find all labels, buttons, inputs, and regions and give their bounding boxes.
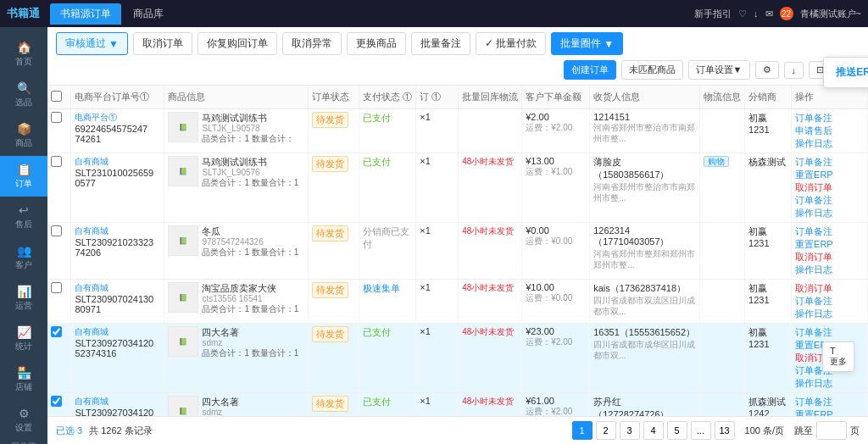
sidebar-item-products[interactable]: 📦 商品 — [0, 115, 47, 156]
action-link-note-5[interactable]: 订单备注 — [795, 327, 832, 337]
action-link-note-1[interactable]: 订单备注 — [795, 113, 832, 123]
action-link-log2-2[interactable]: 操作日志 — [795, 208, 832, 218]
order-no-4[interactable]: SLT230907024130 80971 — [75, 294, 160, 314]
source-4 — [700, 280, 745, 324]
action-link-log-4[interactable]: 操作日志 — [795, 308, 832, 319]
order-no-2[interactable]: SLT231010025659 0577 — [75, 168, 160, 188]
top-nav-tabs: 书籍源订单 商品库 — [50, 3, 174, 25]
sidebar-label-settings: 设置 — [15, 422, 32, 434]
select-all-checkbox[interactable] — [51, 91, 62, 102]
btn-bulk-ship-label: 批量圈件 — [560, 36, 601, 51]
row-checkbox-1[interactable] — [51, 112, 62, 123]
tab-products[interactable]: 商品库 — [123, 3, 174, 25]
tab-orders[interactable]: 书籍源订单 — [50, 3, 121, 25]
page-btn-4[interactable]: 4 — [643, 421, 664, 440]
sidebar-item-settings[interactable]: ⚙ 设置 — [0, 400, 47, 441]
pay-status-1: 已支付 — [359, 109, 416, 153]
btn-bulk-pay[interactable]: ✓ 批量付款 — [476, 32, 546, 55]
btn-cancel-order[interactable]: 取消订单 — [133, 32, 192, 55]
sidebar-label-select: 选品 — [15, 97, 32, 108]
sidebar-item-home[interactable]: 🏠 首页 — [0, 34, 47, 75]
row-checkbox-3[interactable] — [51, 225, 62, 236]
bulk-logistics-2: 48小时未发货 — [459, 153, 522, 223]
action-link-log-2[interactable]: 订单备注 — [795, 195, 832, 205]
btn-bulk-ship[interactable]: 批量圈件 ▼ 推送ERP — [551, 32, 623, 55]
user-name[interactable]: 青橘测试账户~ — [800, 8, 861, 20]
page-btn-ellipsis[interactable]: ... — [691, 421, 711, 440]
bulk-logistics-1 — [459, 109, 522, 153]
page-btn-3[interactable]: 3 — [620, 421, 640, 440]
message-icon[interactable]: ✉ — [765, 8, 773, 19]
receiver-3: 1262314（17710403057） 河南省郑州市整郑和郑州市郑州市整... — [590, 223, 700, 280]
order-icon: 📋 — [17, 163, 31, 176]
row-checkbox-2[interactable] — [51, 156, 62, 167]
receiver-2: 薄脸皮（15803856617） 河南省郑州市整治市市南郑州市整... — [590, 153, 700, 223]
platform-tag-2: 自有商城 — [75, 156, 160, 168]
action-link-erp-2[interactable]: 重置ERP — [795, 169, 833, 180]
erp-popup-item[interactable]: 推送ERP — [824, 61, 868, 84]
sidebar-item-stats[interactable]: 📈 统计 — [0, 319, 47, 359]
qty-1: ×1 — [416, 109, 459, 153]
order-no-3[interactable]: SLT230921023323 74206 — [75, 237, 160, 258]
action-link-note-2[interactable]: 订单备注 — [795, 157, 832, 167]
qty-2: ×1 — [416, 153, 459, 223]
table-row: 自有商城 SLT230921023323 74206 📗 冬瓜 97875472… — [47, 223, 868, 280]
product-qty-2: 品类合计：1 数量合计：1 — [202, 177, 304, 189]
sidebar-item-operations[interactable]: 📊 运营 — [0, 278, 47, 319]
platform-tag-5: 自有商城 — [75, 326, 160, 338]
btn-restock[interactable]: 你复购回订单 — [198, 32, 277, 55]
top-nav-right: 新手指引 ♡ ↓ ✉ 22 青橘测试账户~ — [694, 7, 861, 20]
btn-download[interactable]: ↓ — [784, 62, 804, 79]
sidebar-item-select[interactable]: 🔍 选品 — [0, 75, 47, 115]
product-sku-4: cts13556 16541 — [202, 294, 304, 303]
action-link-erp-3[interactable]: 重置ERP — [795, 239, 833, 249]
action-link-log-3[interactable]: 操作日志 — [795, 264, 832, 275]
action-link-aftersale-1[interactable]: 申请售后 — [795, 125, 832, 136]
btn-gear[interactable]: ⚙ — [755, 61, 779, 79]
btn-change-product[interactable]: 更换商品 — [347, 32, 406, 55]
price-3: ¥0.00 运费：¥0.00 — [522, 223, 590, 280]
product-qty-5: 品类合计：1 数量合计：1 — [202, 347, 304, 359]
guide-link[interactable]: 新手指引 — [694, 8, 732, 20]
btn-create-order[interactable]: 创建订单 — [564, 60, 616, 80]
page-btn-5[interactable]: 5 — [667, 421, 687, 440]
btn-unmatched[interactable]: 未匹配商品 — [621, 60, 683, 80]
sidebar-item-customers[interactable]: 👥 客户 — [0, 237, 47, 278]
page-btn-2[interactable]: 2 — [596, 421, 616, 440]
product-sku-1: SLTJK_L90578 — [202, 124, 304, 133]
btn-restock-label: 你复购回订单 — [207, 36, 268, 51]
btn-bulk-note[interactable]: 批量备注 — [411, 32, 470, 55]
page-btn-13[interactable]: 13 — [715, 421, 735, 440]
page-btn-1[interactable]: 1 — [572, 421, 593, 440]
btn-change-product-label: 更换商品 — [356, 36, 397, 51]
action-link-cancel-2[interactable]: 取消订单 — [795, 182, 832, 192]
order-no-5[interactable]: SLT230927034120 52374316 — [75, 338, 160, 358]
btn-cancel-exception[interactable]: 取消异常 — [282, 32, 342, 55]
row-checkbox-5[interactable] — [51, 326, 62, 337]
row-checkbox-4[interactable] — [51, 282, 62, 293]
product-img-5: 📗 — [168, 326, 198, 357]
th-platform: 电商平台订单号① — [71, 86, 164, 109]
action-link-note-4[interactable]: 订单备注 — [795, 296, 832, 306]
more-button[interactable]: T 更多 — [822, 341, 854, 372]
sidebar-item-orders[interactable]: 📋 订单 — [0, 156, 47, 197]
sidebar-label-home: 首页 — [15, 56, 32, 68]
action-link-erp-6[interactable]: 重置ERP — [795, 409, 833, 416]
goto-input[interactable] — [816, 421, 847, 440]
action-link-cancel-4[interactable]: 取消订单 — [795, 283, 832, 293]
action-link-cancel-3[interactable]: 取消订单 — [795, 252, 832, 262]
order-no-1[interactable]: 69224654575247 74261 — [75, 124, 160, 144]
bulk-logistics-3: 48小时未发货 — [459, 223, 522, 280]
sidebar-item-store[interactable]: 🏪 店铺 — [0, 359, 47, 400]
action-link-log-1[interactable]: 操作日志 — [795, 138, 832, 148]
product-icon: 📦 — [17, 122, 31, 136]
btn-approve[interactable]: 审核通过 ▼ — [56, 32, 128, 55]
heart-icon[interactable]: ♡ — [738, 8, 747, 19]
sidebar-item-aftersale[interactable]: ↩ 售后 — [0, 197, 47, 237]
btn-order-settings[interactable]: 订单设置▼ — [688, 60, 750, 80]
download-icon[interactable]: ↓ — [754, 8, 759, 19]
th-receiver: 收货人信息 — [590, 86, 700, 109]
action-link-note-3[interactable]: 订单备注 — [795, 226, 832, 236]
notification-badge[interactable]: 22 — [780, 7, 793, 20]
more-button-icon: T — [830, 346, 836, 356]
